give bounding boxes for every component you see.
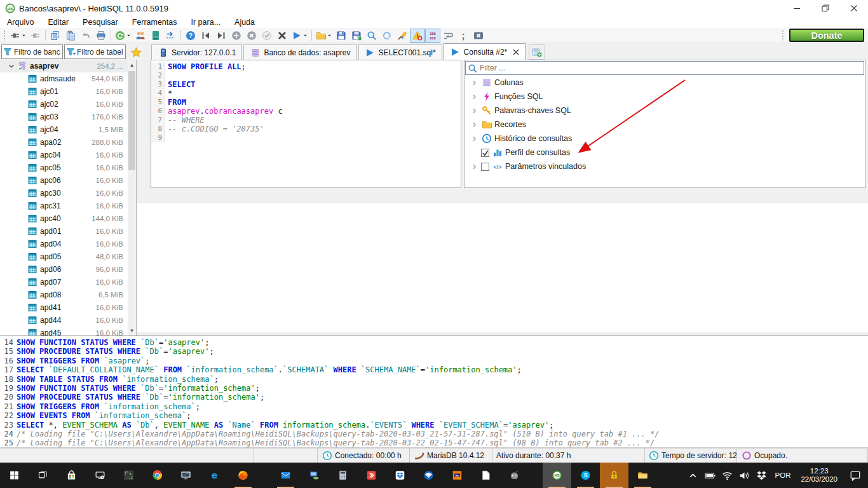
sql-log[interactable]: 14SHOW FUNCTION STATUS WHERE `Db`='asapr… [0, 336, 868, 448]
menu-ajuda[interactable]: Ajuda [227, 17, 262, 28]
menu-arquivo[interactable]: Arquivo [0, 17, 41, 28]
sidebar-table-ajc03[interactable]: ajc03176,0 KiB [0, 111, 128, 123]
chevron-right-icon[interactable] [470, 135, 478, 143]
taskbar-chrome[interactable] [143, 463, 172, 488]
dropbox-tray[interactable] [753, 463, 770, 488]
taskbar-edge[interactable]: e [200, 463, 229, 488]
chevron-right-icon[interactable] [470, 121, 478, 129]
sidebar-table-apd07[interactable]: apd0716,0 KiB [0, 276, 128, 288]
dropdown-caret-icon[interactable] [126, 32, 132, 38]
taskbar-performance-monitor[interactable] [172, 463, 200, 488]
discard-changes-button[interactable] [275, 29, 290, 43]
helper-item-palavras-chaves-sql[interactable]: Palavras-chaves SQL [465, 104, 865, 118]
dropdown-caret-icon[interactable] [327, 32, 332, 38]
taskbar-keepass[interactable] [600, 463, 628, 488]
donate-button[interactable]: Donate [789, 29, 864, 42]
minimize-button[interactable] [782, 0, 811, 17]
wrap-lines-button[interactable] [440, 29, 456, 43]
user-manager-button[interactable] [133, 29, 148, 43]
insert-row-button[interactable] [229, 29, 244, 43]
sidebar-database-asaprev[interactable]: asaprev254,2 ... [0, 60, 128, 72]
taskbar-start[interactable] [0, 463, 29, 488]
tab-close-icon[interactable] [513, 49, 519, 55]
paste-button[interactable] [63, 29, 78, 43]
copy-button[interactable] [48, 29, 63, 43]
stop-on-errors-button[interactable] [410, 29, 425, 43]
chevron-down-icon[interactable] [6, 62, 17, 71]
taskbar-dropbox[interactable] [386, 463, 414, 488]
delimiter-button[interactable]: ; [456, 29, 471, 43]
perfil-de-consultas-checkbox[interactable] [481, 149, 489, 157]
dropdown-caret-icon[interactable] [302, 32, 308, 38]
taskbar-rai[interactable]: Rai [443, 463, 471, 488]
taskbar-task-view[interactable] [29, 463, 57, 488]
tab-database[interactable]: Banco de dados: asaprev [243, 44, 356, 60]
menu-ferramentas[interactable]: Ferramentas [125, 17, 184, 28]
scroll-up-icon[interactable]: ▲ [128, 60, 136, 70]
save-as-button[interactable] [349, 29, 364, 43]
tab-query-select001[interactable]: SELECT001.sql* [358, 44, 442, 60]
taskbar-connect-display[interactable] [86, 463, 114, 488]
taskbar-mail[interactable] [271, 463, 300, 488]
favorites-star-icon[interactable] [128, 44, 144, 60]
menu-pesquisar[interactable]: Pesquisar [76, 17, 125, 28]
taskbar-greenshot[interactable] [114, 463, 143, 488]
scroll-down-icon[interactable]: ▼ [128, 325, 136, 336]
sidebar-table-ajc04[interactable]: ajc041,5 MiB [0, 123, 128, 136]
go-first-button[interactable] [198, 29, 214, 43]
print-button[interactable] [93, 29, 109, 43]
sidebar-table-apc06[interactable]: apc0616,0 KiB [0, 174, 128, 187]
chevron-right-icon[interactable] [470, 93, 478, 101]
tray-expand[interactable] [684, 463, 702, 488]
run-query-button[interactable] [290, 29, 309, 43]
sidebar-table-apd04[interactable]: apd0416,0 KiB [0, 238, 128, 250]
battery[interactable] [702, 463, 719, 488]
undo-button[interactable] [78, 29, 93, 43]
sidebar-table-apd41[interactable]: apd4116,0 KiB [0, 301, 128, 314]
sidebar-table-apc40[interactable]: apc40144,0 KiB [0, 212, 128, 225]
sidebar-table-apd45[interactable]: apd4516,0 KiB [0, 327, 128, 336]
parametros-vinculados-checkbox[interactable] [481, 163, 489, 171]
action-center-icon[interactable] [843, 463, 868, 488]
toolbar-grip[interactable] [3, 30, 6, 41]
sidebar-table-apd06[interactable]: apd0696,0 KiB [0, 263, 128, 276]
find-button[interactable] [364, 29, 379, 43]
taskbar-remote-computer[interactable] [300, 463, 329, 488]
refresh-button[interactable] [113, 29, 133, 43]
disconnect-button[interactable] [28, 29, 43, 43]
tab-server[interactable]: Servidor: 127.0.0.1 [151, 44, 242, 60]
reformat-button[interactable] [379, 29, 395, 43]
helper-item-historico-de-consultas[interactable]: Histórico de consultas [465, 132, 865, 146]
close-button[interactable] [839, 0, 868, 17]
new-query-tab-button[interactable] [529, 44, 545, 60]
close-query-tab-button[interactable] [471, 29, 486, 43]
scroll-thumb[interactable] [128, 71, 135, 170]
language-indicator[interactable]: POR [770, 463, 796, 488]
chevron-right-icon[interactable] [470, 163, 478, 171]
sidebar-table-apc05[interactable]: apc0516,0 KiB [0, 161, 128, 174]
go-last-button[interactable] [214, 29, 229, 43]
sidebar-table-ajc02[interactable]: ajc0216,0 KiB [0, 98, 128, 111]
wifi[interactable] [719, 463, 736, 488]
menu-editar[interactable]: Editar [41, 17, 76, 28]
sidebar-table-admsaude[interactable]: admsaude544,0 KiB [0, 72, 128, 85]
volume[interactable] [736, 463, 753, 488]
taskbar-file-explorer[interactable] [628, 463, 657, 488]
taskbar-calculator[interactable] [329, 463, 357, 488]
sidebar-table-apc30[interactable]: apc3016,0 KiB [0, 187, 128, 200]
menu-ir-para[interactable]: Ir para... [184, 17, 228, 28]
export-csv-button[interactable]: CSV [148, 29, 163, 43]
taskbar-heidisql[interactable]: HS [543, 463, 571, 488]
binary-view-button[interactable]: 100010 [425, 29, 440, 43]
sidebar-table-apc31[interactable]: apc3116,0 KiB [0, 200, 128, 212]
tab-query-2[interactable]: Consulta #2* [444, 43, 526, 60]
sidebar-table-apd05[interactable]: apd0548,0 KiB [0, 250, 128, 263]
help-button[interactable]: ? [183, 29, 198, 43]
connect-button[interactable] [8, 29, 28, 43]
open-file-button[interactable] [314, 29, 334, 43]
donate-grip[interactable] [782, 30, 785, 41]
helper-item-recortes[interactable]: Recortes [465, 118, 865, 132]
chevron-right-icon[interactable] [470, 107, 478, 115]
sidebar-table-apd08[interactable]: apd086,5 MiB [0, 288, 128, 301]
follow-foreign-key-button[interactable] [163, 29, 179, 43]
